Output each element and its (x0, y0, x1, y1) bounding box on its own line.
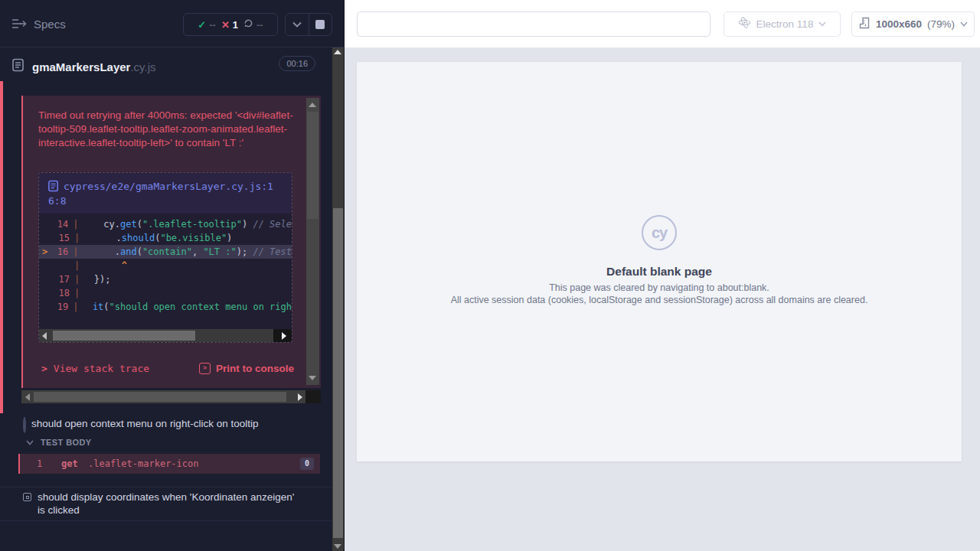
code-scrollbar-thumb[interactable] (53, 331, 195, 341)
test-row-running[interactable]: should open context menu on right-click … (0, 417, 332, 432)
viewport-size: 1000x660 (876, 18, 922, 30)
code-line: 15| .should("be.visible") (39, 231, 292, 245)
cross-icon: ✕ (221, 19, 230, 31)
pending-box-icon (23, 493, 31, 517)
scroll-left-icon[interactable] (25, 393, 30, 401)
blank-page-message-1: This page was cleared by navigating to a… (357, 282, 962, 293)
scroll-right-icon[interactable] (298, 393, 302, 401)
code-line: 18| (39, 286, 292, 300)
reporter-controls (285, 13, 332, 36)
command-count-badge: 0 (300, 458, 314, 470)
error-code-frame: cypress/e2e/gmaMarkersLayer.cy.js:16:8 1… (38, 172, 292, 343)
browser-name: Electron 118 (756, 18, 814, 30)
command-number: 1 (37, 454, 42, 474)
test-row-pending[interactable]: should display coordinates when 'Koordin… (0, 491, 332, 517)
error-footer: >View stack trace >Print to console (23, 360, 321, 383)
spec-file-name: gmaMarkersLayer (32, 60, 130, 73)
stop-icon (315, 20, 325, 29)
running-spinner-icon (23, 419, 26, 432)
code-body: 14| cy.get(".leaflet-tooltip") // Sele 1… (39, 214, 292, 314)
test-title: should display coordinates when 'Koordin… (38, 491, 295, 517)
view-stack-trace-link[interactable]: >View stack trace (41, 363, 149, 374)
test-title: should open context menu on right-click … (31, 417, 258, 432)
code-line: 14| cy.get(".leaflet-tooltip") // Sele (39, 217, 292, 231)
stop-button[interactable] (309, 14, 332, 35)
reporter-sidebar: Specs ✓ -- ✕ 1 -- (0, 0, 345, 551)
collapse-all-button[interactable] (286, 14, 309, 35)
code-line: 17| }); (39, 272, 292, 286)
stat-passed: ✓ -- (198, 19, 216, 31)
code-line: >16| .and("contain", "LT :"); // Test (39, 245, 292, 259)
specs-menu-icon[interactable] (11, 17, 28, 31)
restart-icon (243, 18, 253, 31)
scroll-up-icon[interactable] (334, 50, 341, 54)
spec-file-ext: .cy.js (130, 60, 155, 73)
viewport-zoom: (79%) (927, 18, 955, 30)
chevron-down-icon (292, 21, 302, 28)
aut-viewport: cy Default blank page This page was clea… (357, 62, 962, 461)
blank-page-message-2: All active session data (cookies, localS… (357, 295, 962, 305)
command-target: .leaflet-marker-icon (88, 454, 199, 474)
error-file-link[interactable]: cypress/e2e/gmaMarkersLayer.cy.js:16:8 (39, 173, 292, 214)
test-body-toggle[interactable]: TEST BODY (26, 438, 92, 447)
browser-select-dropdown[interactable]: Electron 118 (724, 11, 841, 37)
spec-file-icon (12, 58, 24, 75)
scroll-down-icon[interactable] (309, 376, 316, 380)
chevron-down-icon (960, 21, 968, 27)
reporter-horizontal-scrollbar[interactable] (21, 390, 321, 403)
browser-stage: Electron 118 1000x660 (79%) cy Default b… (345, 0, 980, 551)
scroll-left-icon[interactable] (42, 332, 47, 340)
command-log-row[interactable]: 1 get .leaflet-marker-icon 0 (18, 454, 320, 474)
failed-test-stripe (0, 81, 3, 413)
divider (0, 487, 332, 487)
scroll-down-icon[interactable] (334, 544, 341, 549)
reporter-vscrollbar-thumb[interactable] (333, 208, 343, 538)
browser-url-bar: Electron 118 1000x660 (79%) (345, 0, 980, 48)
ruler-icon (858, 17, 871, 32)
test-body-label: TEST BODY (41, 438, 92, 447)
scroll-right-icon[interactable] (282, 332, 286, 340)
test-stats: ✓ -- ✕ 1 -- (183, 13, 278, 36)
command-method: get (61, 454, 78, 474)
error-scrollbar-thumb[interactable] (307, 112, 318, 219)
stat-failed: ✕ 1 (221, 19, 238, 31)
electron-icon (738, 16, 751, 32)
check-icon: ✓ (198, 19, 206, 31)
cypress-logo: cy (642, 215, 677, 250)
reporter-scrollbar-thumb[interactable] (34, 392, 286, 402)
reporter-scrollbar-corner (305, 390, 321, 403)
error-message: Timed out retrying after 4000ms: expecte… (38, 109, 297, 150)
specs-title: Specs (34, 18, 66, 31)
chevron-right-icon: > (41, 363, 47, 374)
error-vertical-scrollbar[interactable] (306, 98, 319, 385)
viewport-size-dropdown[interactable]: 1000x660 (79%) (851, 11, 975, 37)
console-icon: > (199, 363, 211, 374)
url-input[interactable] (357, 11, 710, 37)
blank-page-title: Default blank page (357, 265, 962, 279)
code-line: 19| it("should open context menu on righ (39, 300, 292, 314)
code-line: | ^ (39, 259, 292, 272)
test-error-panel: Timed out retrying after 4000ms: expecte… (21, 96, 321, 388)
spec-file-row[interactable]: gmaMarkersLayer .cy.js 00:16 (0, 48, 332, 85)
chevron-down-icon (26, 440, 34, 445)
code-horizontal-scrollbar[interactable] (39, 329, 292, 342)
print-to-console-button[interactable]: >Print to console (199, 363, 294, 374)
file-icon (48, 180, 59, 192)
scroll-up-icon[interactable] (309, 103, 316, 107)
reporter-header: Specs ✓ -- ✕ 1 -- (0, 0, 345, 47)
spec-duration-badge: 00:16 (279, 56, 315, 71)
cypress-app: Specs ✓ -- ✕ 1 -- (0, 0, 980, 551)
reporter-vertical-scrollbar[interactable] (332, 47, 344, 551)
chevron-down-icon (818, 21, 826, 27)
stat-pending: -- (243, 18, 263, 31)
divider (0, 520, 332, 521)
